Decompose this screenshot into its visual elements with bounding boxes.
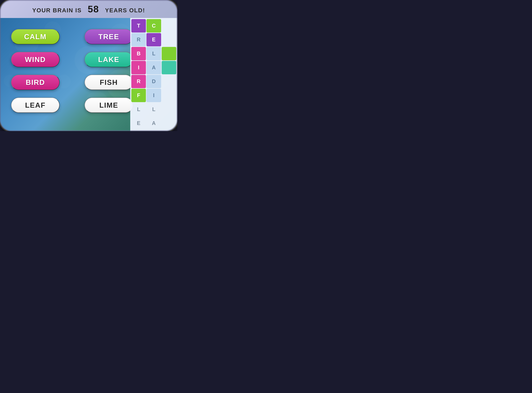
word-lake-button[interactable]: LAKE bbox=[85, 52, 133, 67]
grid-cell-E2: E bbox=[131, 117, 146, 130]
grid-cell-D: D bbox=[146, 75, 161, 88]
words-container: CALM TREE WIND LAKE BIRD FISH LEAF LIME bbox=[8, 26, 136, 116]
word-bird-button[interactable]: BIRD bbox=[11, 75, 60, 90]
right-panel: T C R E B L I A R D F I L L E A bbox=[130, 18, 177, 131]
grid-cell-I: I bbox=[131, 61, 146, 74]
grid-cell-A2: A bbox=[146, 117, 161, 130]
grid-cell-C: C bbox=[146, 19, 161, 33]
grid-cell-T: T bbox=[131, 19, 146, 33]
word-tree-button[interactable]: TREE bbox=[85, 29, 133, 44]
word-lake-label: LAKE bbox=[98, 55, 119, 64]
word-fish-label: FISH bbox=[100, 78, 118, 87]
grid-cell-empty-6 bbox=[162, 117, 176, 130]
word-leaf-button[interactable]: LEAF bbox=[11, 98, 60, 113]
header-bar: YOUR BRAIN IS 58 YEARS OLD! bbox=[0, 0, 177, 18]
grid-cell-teal bbox=[162, 61, 176, 74]
grid-cell-empty-5 bbox=[162, 103, 176, 116]
word-leaf-label: LEAF bbox=[25, 101, 45, 109]
word-calm-label: CALM bbox=[24, 33, 46, 41]
grid-cell-F: F bbox=[131, 89, 146, 102]
grid-cell-V bbox=[162, 47, 176, 60]
word-wind-label: WIND bbox=[25, 55, 46, 64]
word-lime-label: LIME bbox=[99, 101, 118, 109]
grid-cell-L: L bbox=[146, 47, 161, 60]
grid-cell-B: B bbox=[131, 47, 146, 60]
grid-cell-E: E bbox=[146, 33, 161, 46]
grid-cell-empty-2 bbox=[162, 33, 176, 46]
word-tree-label: TREE bbox=[98, 33, 119, 41]
grid-cell-L2: L bbox=[146, 103, 161, 116]
grid-cell-R2: R bbox=[131, 75, 146, 88]
grid-cell-empty-1 bbox=[162, 19, 176, 33]
header-suffix: YEARS OLD! bbox=[105, 7, 145, 14]
brain-age-number: 58 bbox=[88, 4, 99, 14]
grid-cell-L1: L bbox=[131, 103, 146, 116]
word-lime-button[interactable]: LIME bbox=[85, 98, 133, 113]
grid-cell-empty-3 bbox=[162, 75, 176, 88]
grid-cell-empty-4 bbox=[162, 89, 176, 102]
word-fish-button[interactable]: FISH bbox=[85, 75, 133, 90]
grid-cell-A: A bbox=[146, 61, 161, 74]
grid-cell-R: R bbox=[131, 33, 146, 46]
word-bird-label: BIRD bbox=[26, 78, 45, 87]
header-text: YOUR BRAIN IS 58 YEARS OLD! bbox=[32, 4, 145, 14]
header-prefix: YOUR BRAIN IS bbox=[32, 7, 82, 14]
word-wind-button[interactable]: WIND bbox=[11, 52, 60, 67]
game-area: CALM TREE WIND LAKE BIRD FISH LEAF LIME bbox=[0, 18, 177, 131]
grid-cell-I2: I bbox=[146, 89, 161, 102]
word-calm-button[interactable]: CALM bbox=[11, 29, 60, 44]
phone-frame: YOUR BRAIN IS 58 YEARS OLD! CALM TREE bbox=[0, 0, 177, 131]
